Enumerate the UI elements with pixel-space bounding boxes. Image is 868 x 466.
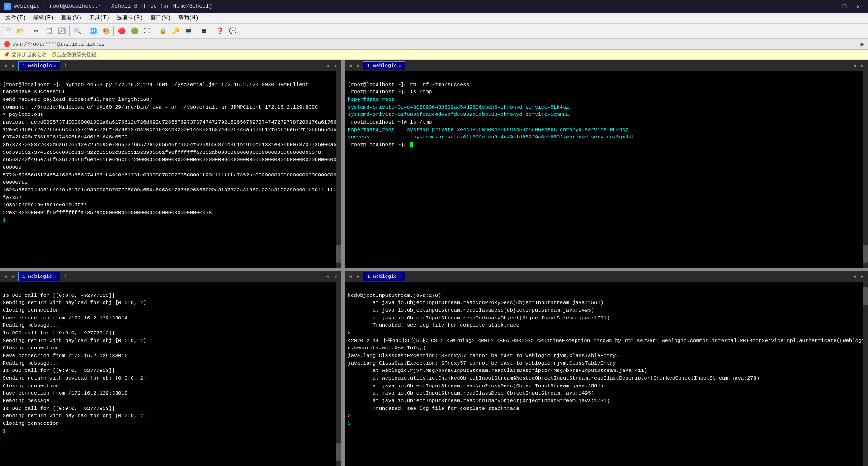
top-right-tab-close[interactable]: ✕ — [399, 63, 401, 68]
bottom-left-nav-left[interactable]: ◀ — [324, 273, 331, 280]
window-controls[interactable]: ─ □ ✕ — [825, 1, 864, 11]
v-divider-bottom[interactable] — [341, 271, 345, 466]
top-left-tab-label: 1 weblogic — [22, 63, 52, 68]
top-right-output[interactable]: [root@localhost ~]# rm -rf /tmp/success … — [345, 71, 868, 268]
toolbar-copy[interactable]: 📋 — [43, 25, 55, 37]
title-bar: ⚡ weblogic - root@localhost:~ - Xshell 6… — [0, 0, 868, 13]
bottom-right-nav-right[interactable]: ▶ — [859, 273, 866, 280]
session-label: ssh://root:****@172.16.2.129:22 — [12, 42, 105, 47]
window-title: weblogic - root@localhost:~ - Xshell 6 (… — [14, 3, 212, 10]
top-left-tab[interactable]: 1 weblogic ✕ — [18, 61, 60, 70]
toolbar-cut[interactable]: ✂ — [30, 25, 42, 37]
top-right-tab-label: 1 weblogic — [367, 63, 397, 68]
top-right-tab-add[interactable]: + — [406, 62, 414, 70]
v-divider-top[interactable] — [341, 60, 345, 268]
top-left-pane-nav: ◀ ▶ — [324, 62, 340, 69]
toolbar-refresh[interactable]: 🔄 — [56, 25, 67, 37]
bottom-left-prev[interactable]: ◀ — [2, 273, 9, 280]
main-content: ◀ ▶ 1 weblogic ✕ + ◀ ▶ [root@localhost ~… — [0, 60, 868, 466]
bottom-left-tab-bar: ◀ ▶ 1 weblogic ✕ + ◀ ▶ — [0, 271, 341, 282]
close-button[interactable]: ✕ — [852, 1, 864, 11]
toolbar-connect[interactable]: 🌐 — [87, 25, 99, 37]
top-right-nav-right[interactable]: ▶ — [859, 62, 866, 69]
minimize-button[interactable]: ─ — [825, 1, 837, 11]
bottom-left-tab-close[interactable]: ✕ — [54, 274, 56, 279]
toolbar-record[interactable]: 🟢 — [128, 25, 140, 37]
top-left-pane: ◀ ▶ 1 weblogic ✕ + ◀ ▶ [root@localhost ~… — [0, 60, 341, 268]
top-pane-row: ◀ ▶ 1 weblogic ✕ + ◀ ▶ [root@localhost ~… — [0, 60, 868, 268]
toolbar-key[interactable]: 🔑 — [170, 25, 181, 37]
top-left-nav-right[interactable]: ▶ — [332, 62, 340, 69]
toolbar-sep-1 — [28, 26, 28, 36]
toolbar: 📄 📂 ✂ 📋 🔄 🔍 🌐 🎨 🔴 🟢 ⛶ 🔒 🔑 💻 ▦ ❓ 💬 — [0, 24, 868, 39]
top-right-tab-bar: ◀ ▶ 1 weblogic ✕ + ◀ ▶ — [345, 60, 868, 71]
toolbar-terminal[interactable]: 💻 — [182, 25, 194, 37]
toolbar-sep-6 — [196, 26, 196, 36]
menu-window[interactable]: 窗口(W) — [146, 13, 175, 23]
session-icon: 🔴 — [4, 41, 10, 48]
top-left-prev[interactable]: ◀ — [2, 62, 9, 69]
top-right-tab[interactable]: 1 weblogic ✕ — [363, 61, 405, 70]
hint-bar: 📌 要添加当前会话，点击左侧的箭头按钮。 — [0, 50, 868, 60]
bottom-left-output[interactable]: Is DGC call for [[0:0:0, -92777813]] Sen… — [0, 282, 341, 466]
top-left-next[interactable]: ▶ — [10, 62, 17, 69]
top-right-next[interactable]: ▶ — [355, 62, 362, 69]
toolbar-open[interactable]: 📂 — [14, 25, 26, 37]
bottom-right-tab-close[interactable]: ✕ — [399, 274, 401, 279]
bottom-right-tab-add[interactable]: + — [406, 272, 414, 281]
session-arrow[interactable]: ▶ — [861, 40, 864, 48]
top-left-tab-add[interactable]: + — [61, 62, 69, 70]
top-right-scrollbar-thumb[interactable] — [863, 245, 868, 263]
maximize-button[interactable]: □ — [838, 1, 851, 11]
toolbar-fullscreen[interactable]: ⛶ — [141, 25, 153, 37]
bottom-right-nav-left[interactable]: ◀ — [851, 273, 858, 280]
toolbar-stop[interactable]: 🔴 — [116, 25, 127, 37]
toolbar-color[interactable]: 🎨 — [100, 25, 112, 37]
toolbar-search[interactable]: 🔍 — [71, 25, 83, 37]
toolbar-sep-5 — [155, 26, 155, 36]
toolbar-layout[interactable]: ▦ — [198, 25, 210, 37]
bottom-right-pane-nav: ◀ ▶ — [851, 273, 866, 280]
top-left-nav-left[interactable]: ◀ — [324, 62, 331, 69]
toolbar-comment[interactable]: 💬 — [226, 25, 238, 37]
bottom-right-scrollbar[interactable] — [863, 282, 868, 466]
toolbar-help[interactable]: ❓ — [214, 25, 226, 37]
toolbar-sep-4 — [113, 26, 114, 36]
top-right-nav-left[interactable]: ◀ — [851, 62, 858, 69]
bottom-left-tab[interactable]: 1 weblogic ✕ — [18, 272, 60, 281]
bottom-left-scrollbar[interactable] — [336, 282, 341, 466]
bottom-right-pane: ◀ ▶ 1 weblogic ✕ + ◀ ▶ kedObjectInputStr… — [345, 271, 868, 466]
top-left-scrollbar[interactable] — [336, 71, 341, 268]
toolbar-new[interactable]: 📄 — [2, 25, 14, 37]
menu-help[interactable]: 帮助(H) — [175, 13, 203, 23]
bottom-right-next[interactable]: ▶ — [355, 273, 362, 280]
top-left-scrollbar-thumb[interactable] — [336, 245, 341, 263]
menu-edit[interactable]: 编辑(E) — [30, 13, 58, 23]
top-left-tab-close[interactable]: ✕ — [54, 63, 56, 68]
app-icon: ⚡ — [4, 3, 11, 10]
top-right-prev[interactable]: ◀ — [347, 62, 354, 69]
toolbar-lock[interactable]: 🔒 — [157, 25, 169, 37]
bottom-right-prev[interactable]: ◀ — [347, 273, 354, 280]
bottom-left-tab-add[interactable]: + — [61, 272, 69, 281]
menu-view[interactable]: 查看(V) — [57, 13, 85, 23]
bottom-left-next[interactable]: ▶ — [10, 273, 17, 280]
menu-tools[interactable]: 工具(T) — [85, 13, 113, 23]
toolbar-sep-7 — [212, 26, 212, 36]
bottom-right-tab-label: 1 weblogic — [367, 274, 397, 279]
top-right-scrollbar[interactable] — [863, 71, 868, 268]
menu-tabs[interactable]: 选项卡(B) — [113, 13, 146, 23]
bottom-right-tab[interactable]: 1 weblogic ✕ — [363, 272, 405, 281]
bottom-right-output[interactable]: kedObjectInputStream.java:278) at java.i… — [345, 282, 868, 466]
hint-icon: 📌 — [4, 52, 10, 57]
toolbar-sep-2 — [69, 26, 70, 36]
bottom-left-nav-right[interactable]: ▶ — [332, 273, 340, 280]
top-left-tab-bar: ◀ ▶ 1 weblogic ✕ + ◀ ▶ — [0, 60, 341, 71]
menu-file[interactable]: 文件(F) — [2, 13, 30, 23]
top-left-output[interactable]: [root@localhost ~]# python 44553.py 172.… — [0, 71, 341, 268]
top-right-pane-nav: ◀ ▶ — [851, 62, 866, 69]
bottom-right-scrollbar-thumb[interactable] — [863, 287, 868, 305]
bottom-left-scrollbar-thumb[interactable] — [336, 443, 341, 461]
bottom-left-tab-label: 1 weblogic — [22, 274, 52, 279]
bottom-left-pane: ◀ ▶ 1 weblogic ✕ + ◀ ▶ Is DGC call for [… — [0, 271, 341, 466]
